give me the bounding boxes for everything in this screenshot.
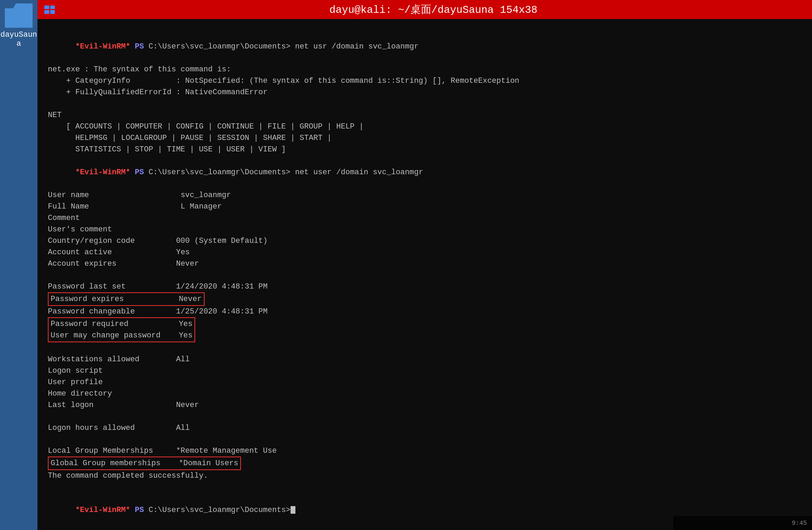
terminal-line: User profile — [48, 377, 802, 388]
ps-label: PS — [130, 506, 149, 514]
terminal-line — [48, 434, 802, 445]
window-icon — [44, 6, 55, 14]
sidebar: dayuSauna — [0, 0, 37, 530]
terminal-line: Password required Yes — [51, 318, 192, 330]
terminal-line: User may change password Yes — [51, 330, 192, 341]
terminal-line — [48, 342, 802, 354]
terminal-line: + FullyQualifiedErrorId : NativeCommandE… — [48, 87, 802, 98]
terminal-line: The command completed successfully. — [48, 470, 802, 482]
terminal-line — [48, 411, 802, 422]
terminal-window: dayu@kali: ~/桌面/dayuSauna 154x38 *Evil-W… — [37, 0, 812, 530]
taskbar-time: 9:45 — [792, 520, 807, 527]
terminal-line — [48, 270, 802, 281]
sidebar-folder-label: dayuSauna — [0, 30, 37, 49]
terminal-line: Workstations allowed All — [48, 354, 802, 365]
terminal-line: Account active Yes — [48, 247, 802, 258]
evil-winrm-prompt: *Evil-WinRM* — [75, 168, 130, 177]
password-expires-highlight: Password expires Never — [48, 292, 205, 306]
global-group-row: Global Group memberships *Domain Users — [48, 457, 802, 470]
terminal-line: Logon script — [48, 365, 802, 377]
terminal-line — [48, 482, 802, 493]
path: C:\Users\svc_loanmgr\Documents> — [148, 168, 290, 177]
title-bar: dayu@kali: ~/桌面/dayuSauna 154x38 — [37, 0, 812, 19]
terminal-line: Logon hours allowed All — [48, 422, 802, 434]
terminal-line: net.exe : The syntax of this command is: — [48, 64, 802, 75]
terminal-line: *Evil-WinRM* PS C:\Users\svc_loanmgr\Doc… — [48, 155, 802, 189]
terminal-line: STATISTICS | STOP | TIME | USE | USER | … — [48, 144, 802, 155]
terminal-line: Password last set 1/24/2020 4:48:31 PM — [48, 281, 802, 292]
terminal-line: Country/region code 000 (System Default) — [48, 235, 802, 247]
evil-winrm-prompt: *Evil-WinRM* — [75, 42, 130, 51]
terminal-line: [ ACCOUNTS | COMPUTER | CONFIG | CONTINU… — [48, 121, 802, 132]
command: net user /domain svc_loanmgr — [291, 168, 423, 177]
evil-winrm-prompt: *Evil-WinRM* — [75, 506, 130, 514]
terminal-line: Home directory — [48, 388, 802, 399]
terminal-line: Last logon Never — [48, 399, 802, 411]
sidebar-folder-icon — [5, 3, 33, 28]
global-group-highlight: Global Group memberships *Domain Users — [48, 457, 241, 470]
ps-label: PS — [130, 42, 149, 51]
terminal-line: HELPMSG | LOCALGROUP | PAUSE | SESSION |… — [48, 132, 802, 144]
terminal-line: User's comment — [48, 224, 802, 235]
title-text: dayu@kali: ~/桌面/dayuSauna 154x38 — [62, 2, 805, 17]
terminal-line: + CategoryInfo : NotSpecified: (The synt… — [48, 75, 802, 87]
path: C:\Users\svc_loanmgr\Documents> — [148, 42, 290, 51]
terminal-line: Comment — [48, 212, 802, 224]
cursor — [291, 506, 295, 514]
terminal-body[interactable]: *Evil-WinRM* PS C:\Users\svc_loanmgr\Doc… — [37, 19, 812, 530]
ps-label: PS — [130, 168, 149, 177]
terminal-line: Full Name L Manager — [48, 201, 802, 212]
terminal-line: Local Group Memberships *Remote Manageme… — [48, 445, 802, 457]
password-expires-row: Password expires Never — [48, 292, 802, 306]
terminal-line: NET — [48, 109, 802, 121]
command: net usr /domain svc_loanmgr — [291, 42, 419, 51]
terminal-line: *Evil-WinRM* PS C:\Users\svc_loanmgr\Doc… — [48, 29, 802, 64]
path: C:\Users\svc_loanmgr\Documents> — [148, 506, 290, 514]
password-required-highlight: Password required Yes User may change pa… — [48, 317, 195, 342]
taskbar: 9:45 — [673, 516, 812, 530]
terminal-line: Account expires Never — [48, 258, 802, 270]
terminal-line — [48, 98, 802, 109]
terminal-line: User name svc_loanmgr — [48, 189, 802, 201]
terminal-line: Password changeable 1/25/2020 4:48:31 PM — [48, 306, 802, 317]
